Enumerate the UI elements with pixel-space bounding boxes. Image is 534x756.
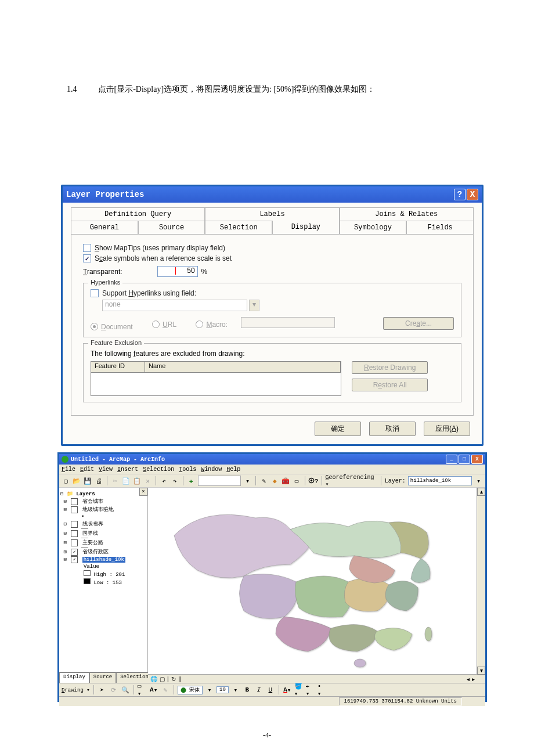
whatsthis-icon[interactable]: ⦿?	[309, 476, 318, 485]
tab-general[interactable]: General	[71, 221, 138, 235]
font-combo[interactable]: ⬤ 宋体	[178, 686, 203, 694]
toc-tab-selection[interactable]: Selection	[116, 672, 153, 683]
rect-tool-icon[interactable]: ▭ ▾	[138, 685, 147, 694]
menu-insert[interactable]: Insert	[117, 466, 138, 473]
data-view-icon[interactable]: 🌐	[150, 676, 157, 682]
italic-icon[interactable]: I	[254, 685, 264, 694]
size-dropdown-icon[interactable]: ▾	[231, 685, 240, 694]
exclusion-table[interactable]: Feature ID Name	[91, 361, 341, 396]
scale-combo[interactable]	[198, 476, 241, 486]
text-tool-icon[interactable]: A ▾	[149, 685, 158, 694]
menu-edit[interactable]: Edit	[80, 466, 94, 473]
toc-tabs[interactable]: Display Source Selection	[59, 672, 147, 683]
toolbox-icon[interactable]: 🧰	[282, 476, 290, 485]
restore-drawing-button[interactable]: Restore Drawing	[352, 361, 428, 374]
tabs-row-top: Definition Query Labels Joins & Relates	[71, 207, 474, 221]
menu-tools[interactable]: Tools	[179, 466, 196, 473]
help-button[interactable]: ?	[454, 189, 466, 200]
cancel-button[interactable]: 取消	[369, 422, 416, 436]
toc-tab-display[interactable]: Display	[59, 672, 89, 683]
drawing-menu[interactable]: Drawing ▾	[62, 687, 90, 693]
tab-display[interactable]: Display	[272, 221, 340, 235]
catalog-icon[interactable]: ◆	[270, 476, 279, 485]
layer-combo[interactable]: hillshade_10k	[408, 476, 472, 485]
transparent-input[interactable]: 50	[157, 266, 198, 277]
print-icon[interactable]: 🖨	[95, 476, 103, 485]
support-hyperlinks-checkbox[interactable]: Support Hyperlinks using field:	[91, 289, 454, 297]
app-close-button[interactable]: X	[471, 455, 483, 464]
radio-macro[interactable]: Macro:	[196, 321, 228, 329]
ok-button[interactable]: 确定	[315, 422, 361, 436]
vertical-scrollbar[interactable]: ▴ ▾	[477, 488, 485, 683]
select-tool-icon[interactable]: ➤	[98, 685, 107, 694]
show-maptips-checkbox[interactable]: Show MapTips (uses primary display field…	[83, 244, 461, 252]
tab-symbology[interactable]: Symbology	[340, 221, 407, 235]
add-data-icon[interactable]: ✚	[187, 476, 196, 485]
marker-color-icon[interactable]: • ▾	[317, 685, 327, 694]
dropdown-icon[interactable]: ▾	[249, 300, 259, 311]
line-color-icon[interactable]: ✒ ▾	[306, 685, 315, 694]
close-button[interactable]: X	[467, 189, 478, 200]
dropdown-icon[interactable]: ▾	[243, 476, 252, 485]
macro-input[interactable]	[241, 317, 335, 328]
restore-all-button[interactable]: Restore All	[352, 379, 428, 391]
new-icon[interactable]: ▢	[62, 476, 70, 485]
bold-icon[interactable]: B	[243, 685, 252, 694]
font-size-combo[interactable]: 10	[217, 686, 229, 693]
georeferencing-menu[interactable]: Georeferencing ▾	[326, 474, 377, 488]
view-switch-bar[interactable]: 🌐 ▢ | ↻ ‖ ◂▸	[148, 674, 477, 683]
pause-icon[interactable]: ‖	[178, 676, 181, 682]
col-feature-id: Feature ID	[91, 362, 145, 372]
paste-icon[interactable]: 📋	[132, 476, 141, 485]
tab-labels[interactable]: Labels	[205, 207, 339, 221]
apply-button[interactable]: 应用(A)	[424, 422, 470, 436]
rotate-icon[interactable]: ⟳	[109, 685, 118, 694]
copy-icon[interactable]: 📄	[121, 476, 130, 485]
map-view[interactable]: ▴ ▾ 🌐 ▢ | ↻ ‖ ◂▸	[148, 488, 485, 683]
drawing-toolbar: Drawing ▾ ➤ ⟳ 🔍 ▭ ▾ A ▾ ✎ ⬤ 宋体 ▾ 10 ▾ B …	[59, 683, 485, 696]
app-title-bar[interactable]: Untitled - ArcMap - ArcInfo _ □ X	[59, 454, 485, 465]
redo-icon[interactable]: ↷	[171, 476, 179, 485]
cmd-icon[interactable]: ▭	[293, 476, 301, 485]
font-color-icon[interactable]: A ▾	[283, 685, 292, 694]
menu-view[interactable]: View	[99, 466, 113, 473]
menu-bar[interactable]: File Edit View Insert Selection Tools Wi…	[59, 465, 485, 474]
layout-view-icon[interactable]: ▢	[160, 676, 165, 682]
hyperlink-field-select[interactable]: none	[102, 300, 247, 311]
cut-icon[interactable]: ✂	[111, 476, 120, 485]
layer-dropdown-icon[interactable]: ▾	[474, 476, 483, 485]
menu-help[interactable]: Help	[226, 466, 240, 473]
tab-fields[interactable]: Fields	[406, 221, 474, 235]
maximize-button[interactable]: □	[459, 455, 470, 464]
transparent-unit: %	[201, 268, 208, 276]
underline-icon[interactable]: U	[266, 685, 275, 694]
menu-file[interactable]: File	[62, 466, 75, 473]
menu-window[interactable]: Window	[201, 466, 222, 473]
zoom-icon[interactable]: 🔍	[121, 685, 130, 694]
edit-vertices-icon[interactable]: ✎	[161, 685, 170, 694]
table-of-contents[interactable]: × ⊟ 📁 Layers ⊟ 省会城市 ⊟ 地级城市驻地 • ⊟ 线状省界 ⊟ …	[59, 488, 148, 683]
radio-url[interactable]: URL	[152, 321, 176, 329]
tab-definition-query[interactable]: Definition Query	[71, 207, 205, 221]
minimize-button[interactable]: _	[446, 455, 457, 464]
radio-document[interactable]: Document	[91, 323, 133, 331]
undo-icon[interactable]: ↶	[160, 476, 168, 485]
delete-icon[interactable]: ✕	[143, 476, 152, 485]
refresh-icon[interactable]: ↻	[171, 676, 176, 682]
open-icon[interactable]: 📂	[73, 476, 81, 485]
create-button[interactable]: Create...	[383, 317, 454, 330]
dialog-title: Layer Properties	[66, 190, 144, 199]
save-icon[interactable]: 💾	[84, 476, 92, 485]
tab-selection[interactable]: Selection	[205, 221, 272, 235]
font-dropdown-icon[interactable]: ▾	[205, 685, 214, 694]
toc-tab-source[interactable]: Source	[89, 672, 116, 683]
toc-close-icon[interactable]: ×	[139, 488, 147, 496]
tab-joins-relates[interactable]: Joins & Relates	[340, 207, 474, 221]
tab-source[interactable]: Source	[138, 221, 205, 235]
menu-selection[interactable]: Selection	[143, 466, 174, 473]
scale-symbols-checkbox[interactable]: ✓ Scale symbols when a reference scale i…	[83, 254, 461, 262]
editor-icon[interactable]: ✎	[259, 476, 268, 485]
dialog-title-bar[interactable]: Layer Properties ? X	[63, 186, 482, 203]
svg-point-0	[354, 659, 366, 667]
fill-color-icon[interactable]: 🪣 ▾	[294, 685, 304, 694]
